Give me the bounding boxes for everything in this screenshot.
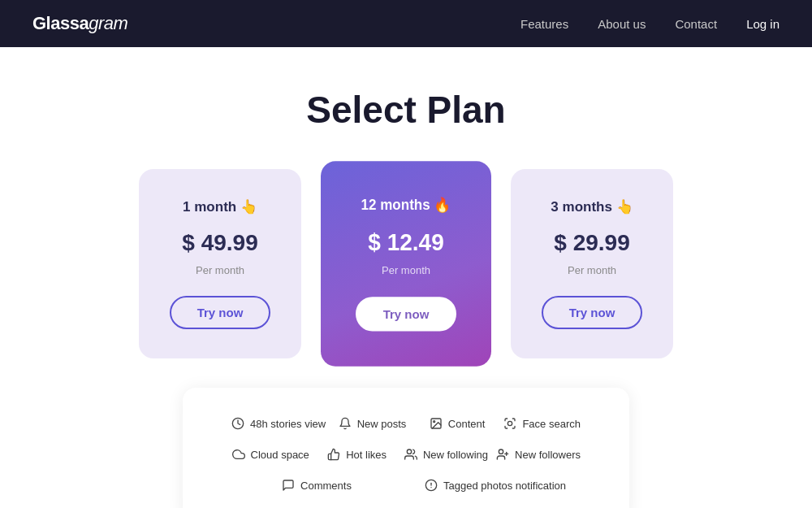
comment-icon (282, 479, 295, 492)
feature-stories-label: 48h stories view (250, 418, 326, 430)
plan-featured-period: Per month (382, 264, 430, 276)
users-icon (404, 448, 417, 461)
feature-content-label: Content (448, 418, 486, 430)
plan-featured-name: 12 months 🔥 (361, 197, 451, 215)
plan-basic-name: 1 month 👆 (183, 198, 257, 215)
plan-basic-price: $ 49.99 (182, 230, 257, 256)
feature-hot-likes: Hot likes (327, 448, 387, 461)
plan-featured: 12 months 🔥 $ 12.49 Per month Try now (321, 161, 491, 366)
plan-basic-period: Per month (196, 264, 244, 276)
feature-tagged: Tagged photos notification (425, 479, 566, 492)
plans-container: 1 month 👆 $ 49.99 Per month Try now 12 m… (139, 164, 673, 363)
plan-quarterly-btn[interactable]: Try now (542, 296, 643, 329)
feature-face-search-label: Face search (522, 418, 581, 430)
nav-about[interactable]: About us (598, 17, 646, 31)
plan-quarterly: 3 months 👆 $ 29.99 Per month Try now (511, 169, 673, 358)
feature-face-search: Face search (503, 417, 581, 430)
plan-basic: 1 month 👆 $ 49.99 Per month Try now (139, 169, 301, 358)
svg-point-2 (433, 421, 434, 423)
feature-cloud-label: Cloud space (251, 449, 309, 461)
tag-icon (425, 479, 438, 492)
bell-icon (339, 417, 352, 430)
main-content: Select Plan 1 month 👆 $ 49.99 Per month … (0, 47, 812, 508)
nav-login[interactable]: Log in (746, 17, 780, 31)
nav-features[interactable]: Features (520, 17, 568, 31)
navbar: Glassagram Features About us Contact Log… (0, 0, 812, 47)
features-row2: Cloud space Hot likes New following New … (231, 448, 581, 461)
clock-icon (231, 417, 244, 430)
feature-new-posts: New posts (339, 417, 407, 430)
thumbsup-icon (327, 448, 340, 461)
svg-point-4 (407, 449, 411, 454)
plan-basic-btn[interactable]: Try now (170, 296, 271, 329)
feature-comments-label: Comments (300, 480, 352, 492)
feature-new-followers-label: New followers (515, 449, 581, 461)
plan-quarterly-period: Per month (568, 264, 616, 276)
feature-new-followers: New followers (496, 448, 581, 461)
feature-stories: 48h stories view (231, 417, 326, 430)
feature-cloud: Cloud space (232, 448, 309, 461)
feature-new-following: New following (404, 448, 488, 461)
svg-point-3 (508, 421, 512, 425)
plan-featured-price: $ 12.49 (368, 229, 443, 256)
svg-point-5 (499, 449, 503, 454)
feature-content: Content (430, 417, 486, 430)
cloud-icon (232, 448, 245, 461)
nav-contact[interactable]: Contact (675, 17, 717, 31)
user-plus-icon (496, 448, 509, 461)
plan-quarterly-name: 3 months 👆 (551, 198, 633, 215)
plan-quarterly-price: $ 29.99 (554, 230, 629, 256)
feature-comments: Comments (282, 479, 352, 492)
feature-new-posts-label: New posts (357, 418, 407, 430)
features-row3: Comments Tagged photos notification (231, 479, 581, 492)
feature-hot-likes-label: Hot likes (346, 449, 387, 461)
feature-tagged-label: Tagged photos notification (443, 480, 566, 492)
face-search-icon (503, 417, 516, 430)
features-box: 48h stories view New posts Content Face … (183, 388, 629, 508)
logo: Glassagram (32, 13, 127, 34)
plan-featured-btn[interactable]: Try now (356, 297, 457, 331)
features-row1: 48h stories view New posts Content Face … (231, 417, 581, 430)
page-title: Select Plan (306, 88, 505, 132)
feature-new-following-label: New following (423, 449, 488, 461)
image-icon (430, 417, 443, 430)
nav-links: Features About us Contact Log in (520, 17, 780, 31)
